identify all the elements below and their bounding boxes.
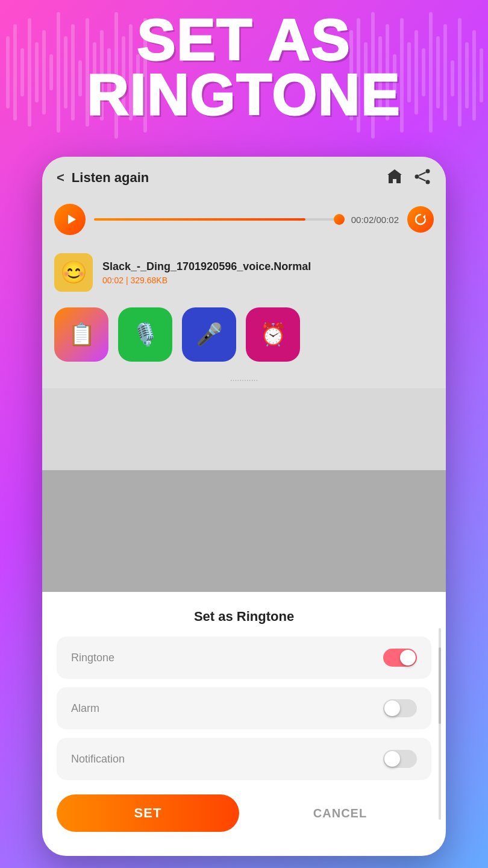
progress-bar[interactable] <box>94 218 343 221</box>
dialog-actions: SET CANCEL <box>57 794 431 832</box>
ringtone-label: Ringtone <box>71 652 114 664</box>
top-icons <box>386 168 431 188</box>
alarm-toggle-row[interactable]: Alarm <box>57 687 431 729</box>
alarm-toggle[interactable] <box>383 699 417 717</box>
action-set-ringtone[interactable]: 🎙️ <box>118 307 172 362</box>
divider-row: ············ <box>42 371 446 388</box>
track-duration: 00:02 <box>102 275 124 285</box>
action-microphone[interactable]: 🎤 <box>182 307 236 362</box>
phone-mockup: < Listen again <box>42 157 446 856</box>
header-title: SET AS RINGTONE <box>0 12 488 122</box>
svg-point-42 <box>426 180 430 184</box>
action-alarm[interactable]: ⏰ <box>246 307 300 362</box>
ringtone-toggle-row[interactable]: Ringtone <box>57 637 431 679</box>
notification-toggle[interactable] <box>383 750 417 768</box>
svg-point-40 <box>426 169 430 174</box>
audio-player: 00:02/00:02 <box>42 195 446 244</box>
track-size: 329.68KB <box>130 275 167 285</box>
svg-marker-39 <box>387 169 402 183</box>
action-ringtone-list[interactable]: 📋 <box>54 307 108 362</box>
microphone-icon: 🎤 <box>196 322 223 347</box>
notification-toggle-thumb <box>384 751 400 767</box>
svg-line-44 <box>419 178 426 181</box>
ringtone-toggle-thumb <box>400 650 416 665</box>
progress-fill <box>94 218 305 221</box>
share-icon[interactable] <box>413 168 431 188</box>
action-buttons-row: 📋 🎙️ 🎤 ⏰ <box>42 301 446 371</box>
scroll-thumb <box>439 647 441 724</box>
track-avatar: 😊 <box>54 253 93 292</box>
ringtone-toggle[interactable] <box>383 649 417 667</box>
alarm-label: Alarm <box>71 702 99 715</box>
dialog-title: Set as Ringtone <box>57 609 431 624</box>
track-meta: 00:02 | 329.68KB <box>102 275 311 285</box>
dialog-overlay: Set as Ringtone Ringtone Alarm <box>42 470 446 856</box>
ringtone-list-icon: 📋 <box>68 322 95 347</box>
svg-point-41 <box>415 175 419 179</box>
home-icon[interactable] <box>386 168 404 188</box>
progress-track <box>94 218 343 221</box>
set-button[interactable]: SET <box>57 794 239 832</box>
cancel-button[interactable]: CANCEL <box>249 796 431 831</box>
svg-line-43 <box>419 172 426 175</box>
scroll-indicator <box>439 628 441 820</box>
set-ringtone-icon: 🎙️ <box>132 322 159 347</box>
track-info: 😊 Slack_-_Ding_1701920596_voice.Normal 0… <box>42 244 446 301</box>
alarm-toggle-thumb <box>384 700 400 716</box>
svg-marker-46 <box>423 215 425 219</box>
svg-marker-45 <box>68 215 76 224</box>
track-details: Slack_-_Ding_1701920596_voice.Normal 00:… <box>102 260 311 285</box>
replay-button[interactable] <box>407 206 434 233</box>
top-bar: < Listen again <box>42 157 446 195</box>
set-as-ringtone-dialog: Set as Ringtone Ringtone Alarm <box>42 592 446 856</box>
progress-thumb <box>334 214 345 225</box>
header-section: SET AS RINGTONE <box>0 12 488 122</box>
track-name: Slack_-_Ding_1701920596_voice.Normal <box>102 260 311 273</box>
notification-toggle-row[interactable]: Notification <box>57 738 431 780</box>
notification-label: Notification <box>71 753 125 766</box>
divider-text: ············ <box>230 375 258 385</box>
play-button[interactable] <box>54 204 86 235</box>
phone-content: < Listen again <box>42 157 446 856</box>
screen-title: Listen again <box>72 170 386 186</box>
back-button[interactable]: < <box>57 170 64 186</box>
time-display: 00:02/00:02 <box>351 215 399 225</box>
alarm-icon: ⏰ <box>260 322 287 347</box>
